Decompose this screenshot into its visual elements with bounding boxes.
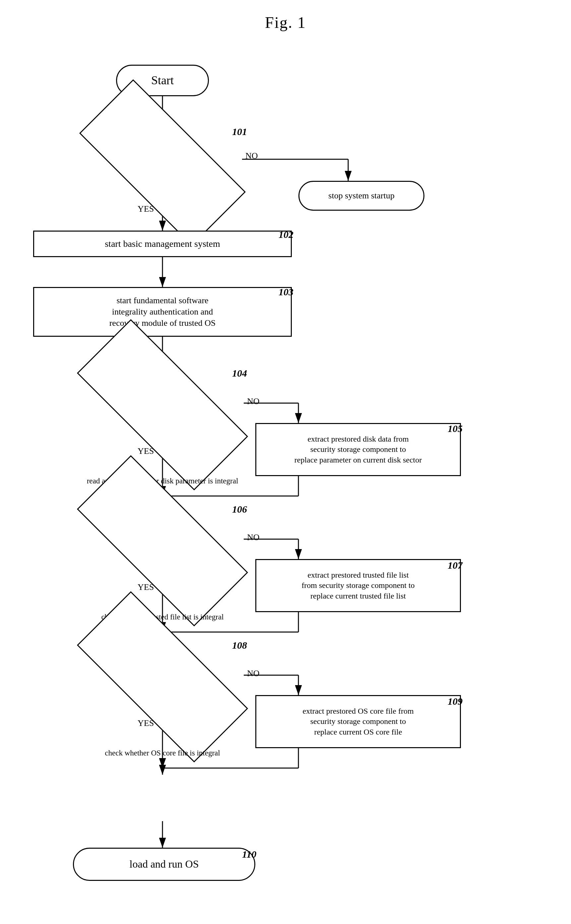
node104-number: 104 [232, 368, 247, 379]
node103-shape: start fundamental software integrality a… [33, 287, 292, 337]
node102-number: 102 [279, 229, 293, 240]
page-title: Fig. 1 [0, 0, 571, 38]
node106-wrapper: check whether trusted file list is integ… [80, 503, 245, 579]
node101-number: 101 [232, 126, 247, 138]
node108-number: 108 [232, 640, 247, 651]
stop-label: stop system startup [328, 190, 394, 201]
yes-label-108: YES [137, 718, 154, 728]
node104-wrapper: read and check whether disk parameter is… [80, 366, 245, 443]
stop-shape: stop system startup [298, 181, 424, 211]
yes-label-101: YES [137, 204, 154, 214]
node103-number: 103 [279, 286, 293, 298]
no-label-104: NO [247, 397, 260, 406]
node102-label: start basic management system [105, 238, 220, 250]
node105-shape: extract prestored disk data from securit… [255, 423, 461, 476]
yes-label-104: YES [137, 446, 154, 456]
node110-shape: load and run OS [73, 848, 255, 881]
node105-label: extract prestored disk data from securit… [295, 434, 422, 465]
node106-number: 106 [232, 504, 247, 515]
node108-wrapper: check whether OS core file is integral [80, 639, 245, 715]
no-label-101: NO [245, 151, 258, 161]
no-label-106: NO [247, 533, 260, 542]
node110-number: 110 [242, 849, 256, 860]
no-label-108: NO [247, 669, 260, 678]
node110-label: load and run OS [130, 857, 199, 871]
node102-shape: start basic management system [33, 230, 292, 257]
node107-shape: extract prestored trusted file list from… [255, 559, 461, 612]
start-label: Start [151, 73, 174, 88]
node107-label: extract prestored trusted file list from… [301, 570, 415, 601]
node103-label: start fundamental software integrality a… [110, 295, 216, 328]
node107-number: 107 [448, 560, 463, 571]
node109-number: 109 [448, 696, 463, 707]
node109-label: extract prestored OS core file from secu… [302, 706, 414, 737]
node105-number: 105 [448, 423, 463, 434]
yes-label-106: YES [137, 582, 154, 592]
node101-wrapper: check whether basic management system is… [83, 124, 242, 201]
node109-shape: extract prestored OS core file from secu… [255, 695, 461, 748]
